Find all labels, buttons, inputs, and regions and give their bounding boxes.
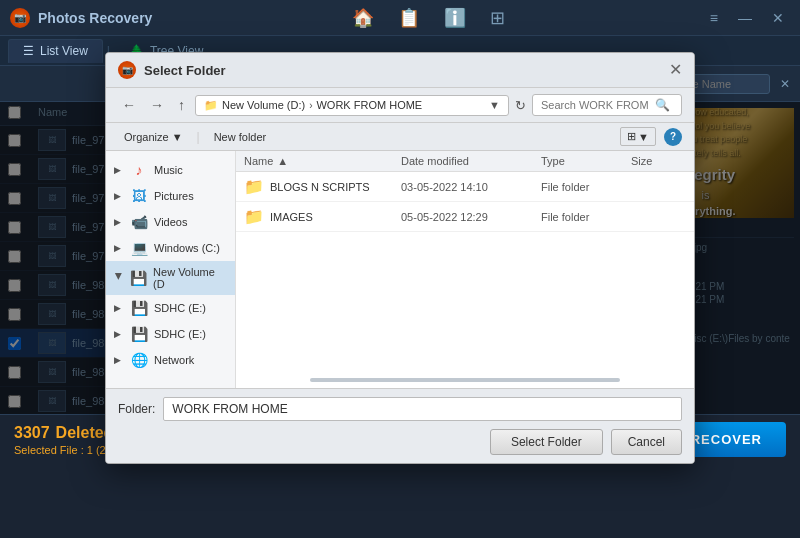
- home-icon[interactable]: 🏠: [352, 7, 374, 29]
- file-col-size: Size: [631, 155, 686, 167]
- file-row-date: 05-05-2022 12:29: [401, 211, 541, 223]
- file-row-name: BLOGS N SCRIPTS: [270, 181, 401, 193]
- sidebar-item-sdhc1[interactable]: ▶ 💾 SDHC (E:): [106, 295, 235, 321]
- sidebar-item-windows[interactable]: ▶ 💻 Windows (C:): [106, 235, 235, 261]
- dialog-search-icon[interactable]: 🔍: [655, 98, 670, 112]
- dialog-overlay: 📷 Select Folder ✕ ← → ↑ 📁 New Volume (D:…: [0, 102, 800, 414]
- sidebar-item-sdhc2[interactable]: ▶ 💾 SDHC (E:): [106, 321, 235, 347]
- expand-icon: ▶: [114, 217, 124, 227]
- videos-icon: 📹: [130, 214, 148, 230]
- select-folder-button[interactable]: Select Folder: [490, 429, 603, 455]
- dialog-search-box: 🔍: [532, 94, 682, 116]
- folder-row: Folder:: [118, 397, 682, 421]
- path-icon: 📁: [204, 99, 218, 112]
- organize-dropdown-icon: ▼: [172, 131, 183, 143]
- list-view-icon: ☰: [23, 44, 34, 58]
- sidebar-item-pictures[interactable]: ▶ 🖼 Pictures: [106, 183, 235, 209]
- view-dropdown-icon: ▼: [638, 131, 649, 143]
- expand-icon: ▶: [114, 165, 124, 175]
- expand-icon: ▶: [114, 303, 124, 313]
- folder-label: Folder:: [118, 402, 155, 416]
- file-row-name: IMAGES: [270, 211, 401, 223]
- dialog-nav: ← → ↑ 📁 New Volume (D:) › WORK FROM HOME…: [106, 88, 694, 123]
- dialog-buttons: Select Folder Cancel: [118, 429, 682, 455]
- dialog-search-input[interactable]: [541, 99, 651, 111]
- path-dropdown-icon[interactable]: ▼: [489, 99, 500, 111]
- view-button[interactable]: ⊞ ▼: [620, 127, 656, 146]
- file-row-date: 03-05-2022 14:10: [401, 181, 541, 193]
- scan-icon[interactable]: 📋: [398, 7, 420, 29]
- dialog-title: Select Folder: [144, 63, 226, 78]
- file-row-type: File folder: [541, 181, 631, 193]
- dialog-close-button[interactable]: ✕: [669, 62, 682, 78]
- file-col-name[interactable]: Name ▲: [244, 155, 401, 167]
- path-arrow: ›: [309, 100, 312, 111]
- path-folder: WORK FROM HOME: [316, 99, 422, 111]
- horizontal-scrollbar[interactable]: [310, 378, 619, 382]
- folder-icon: 📁: [244, 207, 264, 226]
- new-volume-icon: 💾: [130, 270, 147, 286]
- view-icon: ⊞: [627, 130, 636, 143]
- expand-icon: ▶: [114, 273, 124, 283]
- cancel-button[interactable]: Cancel: [611, 429, 682, 455]
- apps-icon[interactable]: ⊞: [490, 7, 505, 29]
- search-clear-icon[interactable]: ✕: [780, 77, 790, 91]
- sidebar-item-network[interactable]: ▶ 🌐 Network: [106, 347, 235, 373]
- file-row-type: File folder: [541, 211, 631, 223]
- dialog-file-row-blogs[interactable]: 📁 BLOGS N SCRIPTS 03-05-2022 14:10 File …: [236, 172, 694, 202]
- back-button[interactable]: ←: [118, 95, 140, 115]
- dialog-title-left: 📷 Select Folder: [118, 61, 226, 79]
- sidebar-music-label: Music: [154, 164, 183, 176]
- selected-file-label: Selected File :: [14, 444, 84, 456]
- file-col-date: Date modified: [401, 155, 541, 167]
- network-icon: 🌐: [130, 352, 148, 368]
- help-button[interactable]: ?: [664, 128, 682, 146]
- app-nav-icons: 🏠 📋 ℹ️ ⊞: [352, 7, 505, 29]
- close-button[interactable]: ✕: [766, 8, 790, 28]
- dialog-toolbar: Organize ▼ | New folder ⊞ ▼ ?: [106, 123, 694, 151]
- dialog-title-bar: 📷 Select Folder ✕: [106, 53, 694, 88]
- up-button[interactable]: ↑: [174, 95, 189, 115]
- folder-input[interactable]: [163, 397, 682, 421]
- dialog-sidebar: ▶ ♪ Music ▶ 🖼 Pictures ▶ 📹 Videos: [106, 151, 236, 388]
- pictures-icon: 🖼: [130, 188, 148, 204]
- sdhc-icon-2: 💾: [130, 326, 148, 342]
- app-logo: 📷: [10, 8, 30, 28]
- sidebar-item-music[interactable]: ▶ ♪ Music: [106, 157, 235, 183]
- sidebar-network-label: Network: [154, 354, 194, 366]
- dialog-files-scroll: 📁 BLOGS N SCRIPTS 03-05-2022 14:10 File …: [236, 172, 694, 372]
- info-icon[interactable]: ℹ️: [444, 7, 466, 29]
- path-drive: New Volume (D:): [222, 99, 305, 111]
- app-header: 📷 Photos Recovery 🏠 📋 ℹ️ ⊞ ≡ — ✕: [0, 0, 800, 36]
- minimize-button[interactable]: —: [732, 8, 758, 28]
- windows-icon: 💻: [130, 240, 148, 256]
- files-found-count: 3307: [14, 424, 50, 442]
- select-folder-dialog: 📷 Select Folder ✕ ← → ↑ 📁 New Volume (D:…: [105, 52, 695, 464]
- forward-button[interactable]: →: [146, 95, 168, 115]
- sidebar-item-videos[interactable]: ▶ 📹 Videos: [106, 209, 235, 235]
- sidebar-videos-label: Videos: [154, 216, 187, 228]
- dialog-footer: Folder: Select Folder Cancel: [106, 388, 694, 463]
- organize-button[interactable]: Organize ▼: [118, 129, 189, 145]
- expand-icon: ▶: [114, 243, 124, 253]
- sort-asc-icon: ▲: [277, 155, 288, 167]
- app-title: Photos Recovery: [38, 10, 152, 26]
- file-col-type: Type: [541, 155, 631, 167]
- tab-list-view[interactable]: ☰ List View: [8, 39, 103, 63]
- sidebar-pictures-label: Pictures: [154, 190, 194, 202]
- folder-icon: 📁: [244, 177, 264, 196]
- sidebar-sdhc2-label: SDHC (E:): [154, 328, 206, 340]
- refresh-button[interactable]: ↻: [515, 98, 526, 113]
- app-header-left: 📷 Photos Recovery: [10, 8, 152, 28]
- new-folder-button[interactable]: New folder: [208, 129, 273, 145]
- main-content: Name Date ▲ Size 🖼file_97... 🖼file_97...…: [0, 102, 800, 414]
- sidebar-item-new-volume[interactable]: ▶ 💾 New Volume (D: [106, 261, 235, 295]
- sidebar-sdhc1-label: SDHC (E:): [154, 302, 206, 314]
- menu-icon[interactable]: ≡: [704, 8, 724, 28]
- expand-icon: ▶: [114, 355, 124, 365]
- dialog-file-header: Name ▲ Date modified Type Size: [236, 151, 694, 172]
- sidebar-new-volume-label: New Volume (D: [153, 266, 227, 290]
- dialog-file-row-images[interactable]: 📁 IMAGES 05-05-2022 12:29 File folder: [236, 202, 694, 232]
- dialog-body: ▶ ♪ Music ▶ 🖼 Pictures ▶ 📹 Videos: [106, 151, 694, 388]
- music-icon: ♪: [130, 162, 148, 178]
